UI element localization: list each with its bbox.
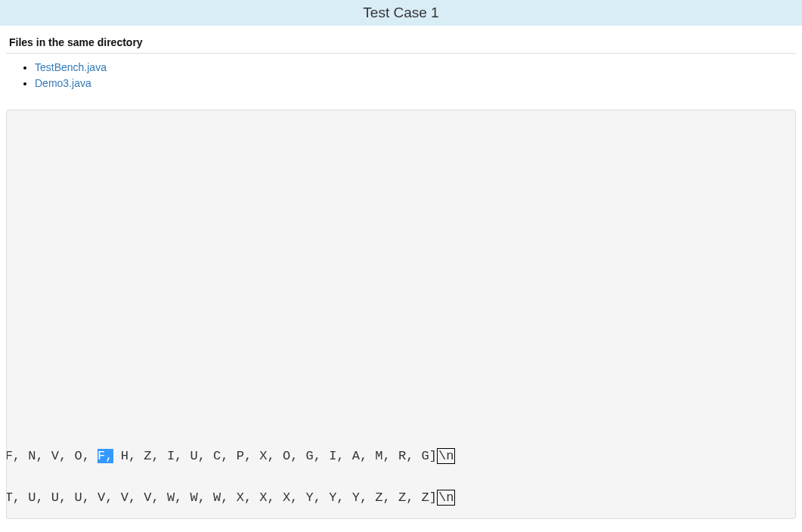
list-item: TestBench.java bbox=[35, 60, 802, 76]
file-link[interactable]: Demo3.java bbox=[35, 77, 91, 89]
highlighted-text: F, bbox=[98, 449, 113, 463]
output-content: , J, A, P, B, X, P, Q, Q, K, F, B, I, F,… bbox=[7, 435, 795, 518]
file-list: TestBench.java Demo3.java bbox=[0, 60, 802, 91]
divider bbox=[6, 53, 796, 54]
output-line-1: , J, A, P, B, X, P, Q, Q, K, F, B, I, F,… bbox=[7, 435, 795, 477]
files-heading: Files in the same directory bbox=[0, 26, 802, 53]
file-link[interactable]: TestBench.java bbox=[35, 61, 107, 73]
output-scroll[interactable]: , J, A, P, B, X, P, Q, Q, K, F, B, I, F,… bbox=[7, 435, 795, 518]
output-panel: , J, A, P, B, X, P, Q, Q, K, F, B, I, F,… bbox=[6, 110, 796, 519]
list-item: Demo3.java bbox=[35, 76, 802, 91]
eol-marker: \n bbox=[437, 448, 455, 464]
output-line-2: , P, Q, Q, Q, R, R, R, S, S, S, T, T, T,… bbox=[7, 477, 795, 518]
eol-marker: \n bbox=[437, 490, 455, 506]
page-title: Test Case 1 bbox=[0, 0, 802, 26]
